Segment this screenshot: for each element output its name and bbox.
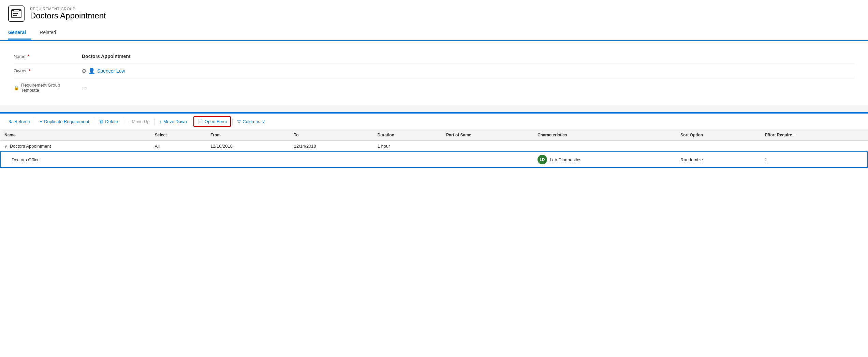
label-name: Name * [14,54,82,59]
open-form-icon: 📄 [197,119,203,124]
svg-point-4 [12,9,14,11]
value-template: --- [82,85,854,90]
refresh-icon: ↻ [9,119,13,124]
toolbar-sep-4 [154,118,155,125]
col-header-effort: Effort Require... [761,130,868,140]
header-text: REQUIREMENT GROUP Doctors Appointment [30,7,106,20]
tab-related[interactable]: Related [40,26,61,40]
col-header-partofsame: Part of Same [442,130,533,140]
arrow-up-icon: ↑ [128,119,130,124]
table-row[interactable]: ∨ Doctors Appointment All 12/10/2018 12/… [0,140,868,152]
header-subtitle: REQUIREMENT GROUP [30,7,106,11]
expand-icon: ∨ [4,144,7,148]
table-header: Name Select From To Duration Part of Sam… [0,130,868,140]
cell-effort: 1 [761,152,868,167]
cell-sortoption [676,140,761,152]
requirements-table: Name Select From To Duration Part of Sam… [0,130,868,168]
owner-circle-icon: ⊙ [82,68,86,74]
cell-characteristics: LD Lab Diagnostics [533,152,676,167]
col-header-to: To [290,130,373,140]
header-title: Doctors Appointment [30,11,106,20]
col-header-name: Name [0,130,151,140]
cell-from: 12/10/2018 [206,140,290,152]
cell-effort [761,140,868,152]
move-up-button[interactable]: ↑ Move Up [124,117,153,126]
cell-to [290,152,373,167]
characteristics-cell: LD Lab Diagnostics [538,155,672,164]
label-template: 🔒 Requirement GroupTemplate [14,83,82,93]
col-header-sortoption: Sort Option [676,130,761,140]
toolbar-sep-3 [123,118,123,125]
cell-to: 12/14/2018 [290,140,373,152]
columns-button[interactable]: ▽ Columns ∨ [234,117,268,126]
cell-sortoption: Randomize [676,152,761,167]
col-header-duration: Duration [373,130,442,140]
filter-icon: ▽ [237,119,241,124]
form-section: Name * Doctors Appointment Owner * ⊙ 👤 S… [0,41,868,105]
lock-icon: 🔒 [14,85,19,90]
form-row-template: 🔒 Requirement GroupTemplate --- [14,78,854,97]
move-down-button[interactable]: ↓ Move Down [156,117,190,126]
delete-button[interactable]: 🗑 Delete [95,117,121,126]
arrow-down-icon: ↓ [159,119,162,124]
header-icon [8,5,25,22]
toolbar-sep-1 [35,118,35,125]
cell-select: All [151,140,206,152]
duplicate-button[interactable]: + Duplicate Requirement [36,117,93,126]
refresh-button[interactable]: ↻ Refresh [5,117,33,126]
table-body: ∨ Doctors Appointment All 12/10/2018 12/… [0,140,868,167]
toolbar-sep-6 [232,118,233,125]
delete-icon: 🗑 [99,119,103,124]
cell-characteristics [533,140,676,152]
page-header: REQUIREMENT GROUP Doctors Appointment [0,0,868,26]
cell-name: Doctors Office [0,152,151,167]
cell-duration: 1 hour [373,140,442,152]
value-owner[interactable]: ⊙ 👤 Spencer Low [82,68,854,74]
label-owner: Owner * [14,68,82,74]
cell-select [151,152,206,167]
value-name[interactable]: Doctors Appointment [82,54,854,59]
form-row-owner: Owner * ⊙ 👤 Spencer Low [14,63,854,78]
form-row-name: Name * Doctors Appointment [14,49,854,63]
avatar: LD [538,155,547,164]
open-form-button[interactable]: 📄 Open Form [193,116,231,127]
owner-person-icon: 👤 [88,68,95,74]
chevron-down-icon: ∨ [262,119,265,124]
cell-partofsame [442,140,533,152]
cell-duration [373,152,442,167]
subgrid-section: ↻ Refresh + Duplicate Requirement 🗑 Dele… [0,114,868,168]
col-header-from: From [206,130,290,140]
tab-general[interactable]: General [8,26,31,40]
cell-from [206,152,290,167]
col-header-select: Select [151,130,206,140]
svg-point-5 [19,9,21,11]
characteristics-label: Lab Diagnostics [550,157,582,162]
cell-name: ∨ Doctors Appointment [0,140,151,152]
section-spacer [0,105,868,112]
cell-partofsame [442,152,533,167]
toolbar-sep-2 [94,118,94,125]
col-header-characteristics: Characteristics [533,130,676,140]
plus-icon: + [40,119,43,124]
toolbar-sep-5 [192,118,192,125]
tabs-bar: General Related [0,26,868,40]
subgrid-toolbar: ↻ Refresh + Duplicate Requirement 🗑 Dele… [0,114,868,130]
table-row[interactable]: Doctors Office LD Lab Diagnostics Random… [0,152,868,167]
